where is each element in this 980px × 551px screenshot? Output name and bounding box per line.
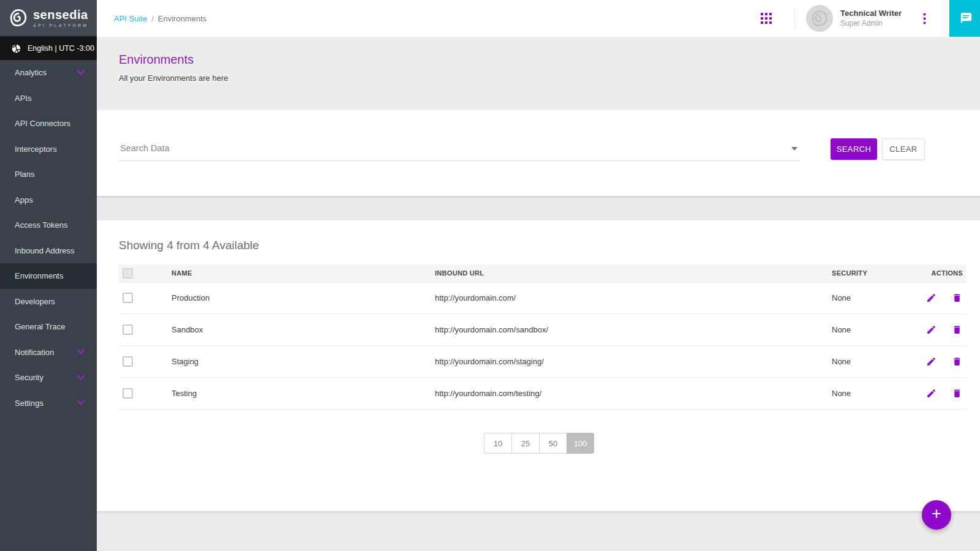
sidebar-item-api-connectors[interactable]: API Connectors bbox=[0, 111, 97, 137]
row-checkbox[interactable] bbox=[123, 324, 133, 335]
delete-button[interactable] bbox=[951, 388, 963, 400]
delete-icon bbox=[952, 388, 962, 399]
edit-icon bbox=[926, 388, 937, 399]
sidebar-item-environments[interactable]: Environments bbox=[0, 263, 97, 289]
delete-button[interactable] bbox=[951, 324, 963, 336]
footer-area bbox=[97, 511, 980, 551]
sidebar: sensedia API PLATFORM English | UTC -3:0… bbox=[0, 0, 97, 551]
edit-button[interactable] bbox=[925, 388, 937, 400]
topbar-right: Technical Writer Super Admin bbox=[754, 0, 980, 37]
environment-inbound-url: http://yourdomain.com/ bbox=[435, 293, 832, 302]
environment-name: Sandbox bbox=[172, 325, 435, 334]
user-menu-button[interactable] bbox=[915, 6, 933, 31]
delete-icon bbox=[952, 324, 962, 335]
dropdown-caret-icon[interactable] bbox=[791, 147, 797, 151]
search-section: SEARCH CLEAR bbox=[97, 110, 980, 196]
avatar-swirl-icon bbox=[810, 9, 829, 28]
sidebar-item-notification[interactable]: Notification bbox=[0, 340, 97, 365]
search-button[interactable]: SEARCH bbox=[831, 138, 877, 160]
apps-grid-button[interactable] bbox=[754, 6, 778, 31]
sidebar-item-developers[interactable]: Developers bbox=[0, 289, 97, 315]
avatar[interactable] bbox=[806, 5, 833, 32]
column-header-security: SECURITY bbox=[832, 269, 925, 277]
edit-icon bbox=[926, 324, 937, 335]
row-checkbox[interactable] bbox=[123, 388, 133, 399]
breadcrumb-api-suite[interactable]: API Suite bbox=[114, 14, 147, 23]
table-row: Sandbox http://yourdomain.com/sandbox/ N… bbox=[119, 314, 967, 346]
edit-icon bbox=[926, 356, 937, 367]
delete-icon bbox=[952, 356, 962, 367]
column-header-name: NAME bbox=[172, 269, 435, 277]
sidebar-item-apis[interactable]: APIs bbox=[0, 86, 97, 111]
results-section: Showing 4 from 4 Available NAME INBOUND … bbox=[97, 220, 980, 511]
results-summary: Showing 4 from 4 Available bbox=[97, 239, 980, 252]
sensedia-swirl-icon bbox=[9, 8, 28, 28]
table-row: Production http://yourdomain.com/ None bbox=[119, 282, 967, 314]
brand-logo[interactable]: sensedia API PLATFORM bbox=[0, 0, 97, 37]
environment-inbound-url: http://yourdomain.com/staging/ bbox=[435, 357, 832, 366]
breadcrumb-current: Environments bbox=[158, 14, 206, 23]
sidebar-item-interceptors[interactable]: Interceptors bbox=[0, 137, 97, 162]
sidebar-item-security[interactable]: Security bbox=[0, 365, 97, 391]
sidebar-item-settings[interactable]: Settings bbox=[0, 391, 97, 416]
breadcrumb-separator: / bbox=[151, 14, 154, 23]
sidebar-item-inbound-address[interactable]: Inbound Address bbox=[0, 238, 97, 264]
page-size-10[interactable]: 10 bbox=[484, 433, 511, 454]
page-header: Environments All your Environments are h… bbox=[97, 37, 980, 110]
page-size-25[interactable]: 25 bbox=[511, 433, 539, 454]
search-input[interactable] bbox=[119, 138, 800, 161]
apps-grid-icon bbox=[761, 13, 772, 24]
edit-icon bbox=[926, 293, 937, 303]
table-row: Testing http://yourdomain.com/testing/ N… bbox=[119, 378, 967, 410]
delete-button[interactable] bbox=[951, 292, 963, 304]
page-title: Environments bbox=[119, 53, 980, 67]
topbar: API Suite / Environments bbox=[97, 0, 980, 37]
select-all-checkbox[interactable] bbox=[123, 268, 133, 279]
chevron-down-icon bbox=[77, 70, 85, 75]
environment-security: None bbox=[832, 293, 925, 302]
user-info: Technical Writer Super Admin bbox=[840, 9, 902, 28]
delete-icon bbox=[952, 293, 962, 303]
chat-button[interactable] bbox=[949, 0, 980, 37]
main-area: API Suite / Environments bbox=[97, 0, 980, 551]
globe-icon bbox=[11, 43, 21, 54]
page-subtitle: All your Environments are here bbox=[119, 73, 980, 83]
chat-icon bbox=[959, 12, 973, 26]
sidebar-item-access-tokens[interactable]: Access Tokens bbox=[0, 212, 97, 238]
sidebar-nav: Analytics APIs API Connectors Intercepto… bbox=[0, 60, 97, 416]
brand-tagline: API PLATFORM bbox=[33, 23, 88, 28]
environment-name: Production bbox=[172, 293, 435, 302]
user-role: Super Admin bbox=[840, 19, 902, 28]
column-header-actions: ACTIONS bbox=[925, 269, 967, 277]
kebab-icon bbox=[923, 13, 926, 24]
add-environment-fab[interactable]: + bbox=[922, 500, 951, 530]
section-divider bbox=[97, 196, 980, 220]
delete-button[interactable] bbox=[951, 356, 963, 368]
environment-inbound-url: http://yourdomain.com/testing/ bbox=[435, 389, 832, 398]
environment-name: Testing bbox=[172, 389, 435, 398]
edit-button[interactable] bbox=[925, 292, 937, 304]
chevron-down-icon bbox=[77, 375, 85, 380]
row-checkbox[interactable] bbox=[123, 293, 133, 303]
environment-name: Staging bbox=[172, 357, 435, 366]
language-label: English | UTC -3:00 bbox=[28, 44, 94, 53]
row-checkbox[interactable] bbox=[123, 356, 133, 367]
app-window: sensedia API PLATFORM English | UTC -3:0… bbox=[0, 0, 980, 551]
sidebar-item-analytics[interactable]: Analytics bbox=[0, 60, 97, 86]
clear-button[interactable]: CLEAR bbox=[882, 138, 925, 160]
edit-button[interactable] bbox=[925, 324, 937, 336]
brand-name: sensedia bbox=[33, 9, 88, 21]
language-selector[interactable]: English | UTC -3:00 bbox=[0, 37, 97, 60]
search-field bbox=[119, 138, 800, 161]
page-size-100[interactable]: 100 bbox=[567, 433, 594, 454]
table-header-row: NAME INBOUND URL SECURITY ACTIONS bbox=[119, 264, 967, 282]
environment-security: None bbox=[832, 325, 925, 334]
chevron-down-icon bbox=[77, 350, 85, 354]
sidebar-item-general-trace[interactable]: General Trace bbox=[0, 314, 97, 340]
page-size-selector: 10 25 50 100 bbox=[97, 433, 980, 454]
page-size-50[interactable]: 50 bbox=[539, 433, 567, 454]
edit-button[interactable] bbox=[925, 356, 937, 368]
sidebar-item-plans[interactable]: Plans bbox=[0, 162, 97, 187]
user-name: Technical Writer bbox=[840, 9, 902, 18]
sidebar-item-apps[interactable]: Apps bbox=[0, 187, 97, 213]
